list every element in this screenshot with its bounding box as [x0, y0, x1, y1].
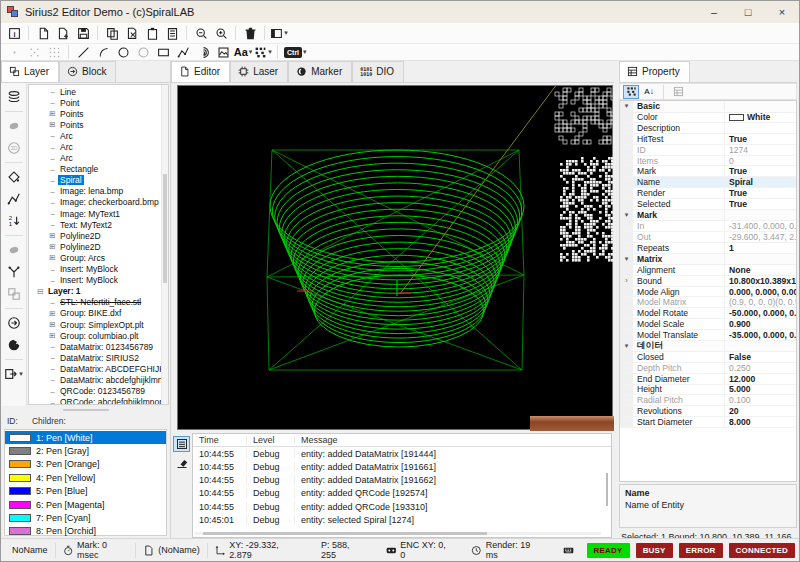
property-row[interactable]: Radial Pitch0.100	[620, 395, 796, 406]
image-tool[interactable]	[213, 44, 233, 61]
property-value[interactable]: -31.400, 0.000, 0.000	[725, 221, 796, 231]
pen-list-item[interactable]: 1: Pen [White]	[5, 431, 166, 444]
tab-laser[interactable]: Laser	[230, 61, 288, 82]
minimize-button[interactable]: –	[697, 1, 731, 23]
property-row[interactable]: Model Matrix(0.9, 0, 0, 0)(0, 0.5785085	[620, 297, 796, 308]
tree-item[interactable]: ⊞Polyline2D	[29, 230, 161, 241]
group-button[interactable]	[4, 284, 24, 304]
property-row[interactable]: MarkTrue	[620, 166, 796, 177]
property-row[interactable]: ColorWhite	[620, 113, 796, 124]
tree-item[interactable]: –Image: lena.bmp	[29, 186, 161, 197]
rectangle-tool[interactable]	[153, 44, 173, 61]
tree-expander-icon[interactable]: ⊞	[47, 309, 58, 318]
property-row[interactable]: End Diameter12.000	[620, 374, 796, 385]
tree-item[interactable]: ⊟Layer: 1	[29, 286, 161, 297]
tree-expander-icon[interactable]: ⊟	[35, 287, 46, 296]
property-value[interactable]: 20	[725, 406, 796, 416]
property-row[interactable]: In-31.400, 0.000, 0.000	[620, 221, 796, 232]
tree-item[interactable]: –STL: Nefertiti_face.stl	[29, 297, 161, 308]
property-row[interactable]: Repeats1	[620, 243, 796, 254]
tree-expander-icon[interactable]: ⊞	[47, 320, 58, 329]
property-row[interactable]: SelectedTrue	[620, 199, 796, 210]
tree-expander-icon[interactable]: ⊞	[47, 120, 58, 129]
property-category-row[interactable]: ▾Basic	[620, 101, 796, 113]
property-row[interactable]: HitTestTrue	[620, 134, 796, 145]
property-row[interactable]: Mode Align0.000, 0.000, 0.000	[620, 287, 796, 298]
property-value[interactable]: None	[725, 265, 796, 275]
property-value[interactable]: 12.000	[725, 374, 796, 384]
property-value[interactable]: 8.000	[725, 417, 796, 427]
tree-item[interactable]: ⊞Polyline2D	[29, 241, 161, 252]
tree-item[interactable]: –Image: MyText1	[29, 208, 161, 219]
polyline-tool[interactable]	[173, 44, 193, 61]
tree-item[interactable]: ⊞Points	[29, 119, 161, 130]
zoom-in-button[interactable]	[211, 25, 231, 42]
property-category-row[interactable]: ▾Mark	[620, 210, 796, 222]
property-row[interactable]: Out-29.600, 3.447, 2.893	[620, 232, 796, 243]
pen-list-item[interactable]: 3: Pen [Orange]	[5, 458, 166, 471]
property-value[interactable]: True	[725, 199, 796, 209]
property-row[interactable]: Model Rotate-50.000, 0.000, 0.000	[620, 308, 796, 319]
tree-item[interactable]: –DataMatrix: SIRIUS2	[29, 352, 161, 363]
3d-button[interactable]	[4, 138, 24, 158]
editor-viewport[interactable]	[177, 85, 613, 430]
open-button[interactable]	[53, 25, 73, 42]
tree-item[interactable]: –Arc	[29, 130, 161, 141]
clipboard-button[interactable]	[162, 25, 182, 42]
property-value[interactable]: Spiral	[725, 177, 796, 187]
new-button[interactable]	[33, 25, 53, 42]
tree-item[interactable]: –Rectangle	[29, 164, 161, 175]
sort-order-button[interactable]	[4, 211, 24, 231]
property-row[interactable]: ID1274	[620, 145, 796, 156]
pen-list-item[interactable]: 5: Pen [Blue]	[5, 485, 166, 498]
pen-list-item[interactable]: 7: Pen [Cyan]	[5, 511, 166, 524]
titlebar[interactable]: Sirius2 Editor Demo - (c)SpiralLAB – □ ×	[1, 1, 799, 23]
category-collapse-icon[interactable]: ▾	[620, 341, 633, 352]
log-row[interactable]: 10:44:55Debugentity: added DataMatrix [1…	[193, 474, 611, 487]
tree-expander-icon[interactable]: ⊞	[47, 109, 58, 118]
property-value[interactable]: White	[725, 112, 796, 122]
property-value[interactable]: True	[725, 134, 796, 144]
tree-expander-icon[interactable]: ⊞	[47, 331, 58, 340]
property-pages-button[interactable]	[670, 85, 686, 99]
log-row[interactable]: 10:44:55Debugentity: added QRCode [19331…	[193, 500, 611, 513]
pen-list-item[interactable]: 8: Pen [Orchid]	[5, 525, 166, 538]
close-button[interactable]: ×	[765, 1, 799, 23]
paste-button[interactable]	[142, 25, 162, 42]
tab-marker[interactable]: Marker	[288, 61, 352, 82]
property-value[interactable]: 0.100	[725, 395, 796, 405]
log-row[interactable]: 10:45:01Debugentity: selected Spiral [12…	[193, 513, 611, 526]
categorized-view-button[interactable]	[623, 85, 639, 99]
tree-item[interactable]: –Point	[29, 97, 161, 108]
pen-list-item[interactable]: 4: Pen [Yellow]	[5, 471, 166, 484]
property-row[interactable]: Depth Pitch0.250	[620, 363, 796, 374]
property-value[interactable]: -35.000, 0.000, 0.000	[725, 330, 796, 340]
node-edit-button[interactable]	[4, 189, 24, 209]
log-hscrollbar[interactable]	[195, 532, 601, 535]
point-tool[interactable]	[4, 44, 24, 61]
barcode-tool[interactable]: ▾	[253, 44, 273, 61]
tree-expander-icon[interactable]: ⊞	[47, 253, 58, 262]
rotate-button[interactable]	[4, 335, 24, 355]
property-row[interactable]: Model Scale0.900	[620, 319, 796, 330]
property-value[interactable]: 0.000, 0.000, 0.000	[725, 287, 796, 297]
property-value[interactable]: 10.800x10.389x11.166	[725, 276, 796, 286]
tree-item[interactable]: –Insert: MyBlock	[29, 275, 161, 286]
property-row[interactable]: ClosedFalse	[620, 352, 796, 363]
tree-item[interactable]: –Text: MyText2	[29, 219, 161, 230]
log-row[interactable]: 10:44:55Debugentity: added DataMatrix [1…	[193, 460, 611, 473]
tab-block[interactable]: Block	[59, 61, 116, 82]
delete-button[interactable]	[240, 25, 260, 42]
property-value[interactable]: -29.600, 3.447, 2.893	[725, 232, 796, 242]
tree-expander-icon[interactable]: ⊞	[47, 242, 58, 251]
property-row[interactable]: Revolutions20	[620, 406, 796, 417]
category-collapse-icon[interactable]: ▾	[620, 210, 633, 221]
text-tool[interactable]: Aa▾	[233, 44, 253, 61]
log-header[interactable]: Time Level Message	[193, 434, 611, 447]
tree-item[interactable]: –Arc	[29, 153, 161, 164]
tree-expander-icon[interactable]: ⊞	[47, 231, 58, 240]
property-value[interactable]: 5.000	[725, 384, 796, 394]
tree-item[interactable]: ⊞Points	[29, 108, 161, 119]
property-row[interactable]: Items0	[620, 156, 796, 167]
property-value[interactable]: True	[725, 166, 796, 176]
